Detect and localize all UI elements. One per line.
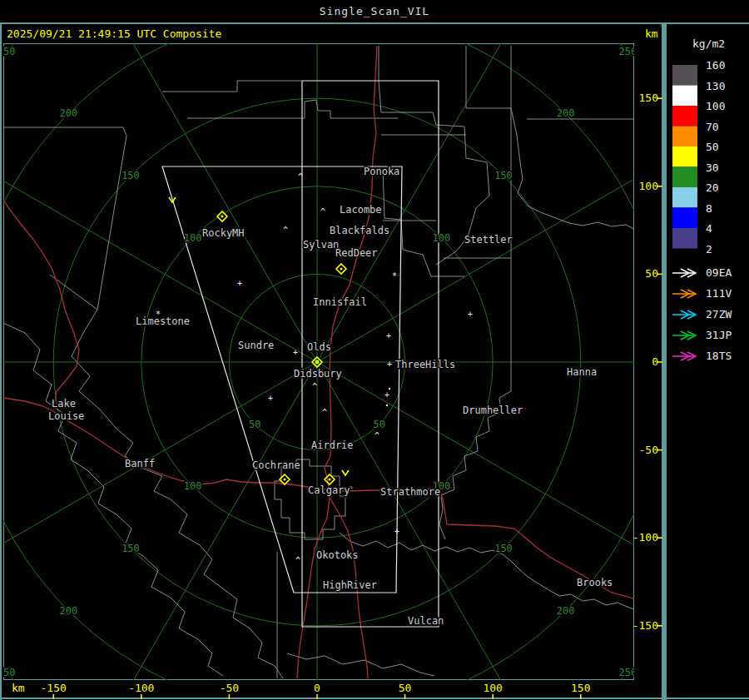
city-label: Ponoka (364, 166, 399, 177)
town-plus-marker: + (387, 360, 392, 369)
ring-distance-label: 150 (122, 543, 140, 554)
ring-distance-label: 50 (373, 419, 384, 430)
legend-value-label: 2 (706, 243, 712, 256)
y-axis-tick-label: 100 (639, 180, 658, 192)
ring-distance-label: 150 (494, 170, 513, 181)
ring-distance-label: 250 (0, 46, 15, 57)
legend-color-swatch (672, 228, 697, 249)
city-label: Louise (48, 410, 84, 422)
city-label: Didsbury (294, 368, 342, 380)
boundary-line (287, 653, 434, 676)
city-label: Strathmore (380, 486, 440, 498)
city-label: Calgary (308, 484, 350, 496)
legend-color-swatch (672, 106, 697, 127)
ring-distance-label: 250 (0, 667, 15, 678)
radar-id-label: 27ZW (706, 308, 732, 320)
radar-station-dot (315, 360, 320, 365)
ring-distance-label: 250 (619, 667, 637, 678)
radar-id-label: 09EA (706, 266, 732, 279)
radial-spoke (0, 142, 317, 362)
city-label: RockyMH (202, 227, 245, 239)
legend-color-swatch (672, 167, 697, 188)
y-axis-tick-label: -50 (639, 444, 658, 456)
city-label: Okotoks (316, 549, 359, 561)
x-axis-tick-label: 100 (483, 682, 502, 694)
town-dot-marker (386, 405, 388, 406)
radar-station-dot (340, 268, 343, 271)
city-label: Lake (52, 398, 76, 410)
town-dot-marker (389, 388, 390, 390)
legend-value-label: 130 (706, 80, 725, 92)
map-canvas[interactable]: 5050100100100100150150150150200200200200… (0, 0, 749, 700)
ring-distance-label: 100 (184, 480, 202, 492)
ring-distance-label: 150 (494, 543, 513, 554)
city-label: Banff (125, 458, 155, 469)
ring-distance-label: 200 (59, 605, 77, 617)
town-plus-marker: + (394, 527, 399, 536)
legend-value-label: 4 (706, 222, 712, 235)
town-caret-marker: ^ (298, 172, 303, 181)
city-label: RedDeer (335, 247, 378, 259)
city-label: Hanna (567, 366, 597, 378)
map-layer: 5050100100100100150150150150200200200200… (0, 0, 749, 700)
boundary-line (3, 127, 126, 310)
town-plus-marker: + (386, 331, 391, 340)
town-plus-marker: + (293, 348, 298, 357)
town-star-marker: * (392, 271, 397, 280)
legend-color-swatch (672, 146, 697, 167)
y-axis-tick-label: -150 (632, 619, 658, 632)
radar-id-label: 18TS (706, 350, 732, 362)
legend-color-swatch (672, 208, 697, 229)
city-label: Cochrane (252, 459, 300, 471)
x-axis-tick-label: 0 (314, 682, 320, 694)
ring-distance-label: 150 (122, 170, 140, 181)
legend-color-swatch (672, 65, 697, 86)
city-label: Airdrie (311, 439, 354, 451)
city-label: Sundre (238, 340, 274, 351)
city-label: Brooks (577, 577, 613, 588)
ring-distance-label: 200 (557, 605, 575, 617)
legend-value-label: 20 (706, 181, 719, 194)
town-plus-marker: + (384, 390, 389, 400)
ring-distance-label: 200 (557, 107, 575, 119)
city-label: Vulcan (408, 615, 444, 627)
town-plus-marker: + (468, 310, 473, 319)
ring-distance-label: 50 (249, 419, 260, 430)
city-label: Limestone (136, 315, 190, 327)
y-axis-tick-label: 150 (639, 92, 658, 104)
road-line (3, 200, 79, 410)
radar-id-label: 111V (706, 287, 732, 300)
scan-coverage-box (302, 81, 439, 627)
town-caret-marker: ^ (320, 207, 325, 216)
city-label: Sylvan (303, 239, 339, 251)
boundary-line (162, 81, 301, 92)
radar-id-legend: 09EA111V27ZW31JP18TS (672, 266, 732, 362)
x-axis-tick-label: 150 (571, 682, 590, 694)
boundary-line (340, 533, 634, 609)
legend-value-label: 160 (706, 59, 725, 72)
legend-value-label: 70 (706, 121, 719, 133)
legend-value-label: 50 (706, 141, 719, 153)
city-label: Blackfalds (330, 225, 389, 236)
town-caret-marker: ^ (374, 431, 379, 440)
x-axis-tick-label: -50 (220, 682, 239, 694)
y-axis-tick-label: -100 (632, 531, 658, 544)
town-plus-marker: + (268, 394, 273, 403)
boundary-line (275, 459, 345, 539)
city-label: Stettler (464, 234, 513, 246)
radar-station-dot (284, 479, 286, 481)
radar-pointer-check (342, 470, 349, 475)
city-label: Olds (307, 341, 331, 353)
radar-station-dot (329, 479, 331, 481)
x-axis-tick-label: 50 (399, 682, 412, 694)
town-plus-marker: + (237, 279, 242, 288)
ring-distance-label: 200 (59, 107, 77, 119)
legend-color-swatch (672, 86, 697, 107)
radar-id-label: 31JP (706, 329, 732, 341)
ring-distance-label: 100 (432, 232, 450, 244)
city-label: HighRiver (323, 579, 377, 591)
legend-color-swatch (672, 187, 697, 208)
town-caret-marker: ^ (283, 226, 288, 235)
ring-distance-label: 100 (184, 232, 202, 244)
color-scale-legend: kg/m216013010070503020842 (672, 37, 725, 256)
